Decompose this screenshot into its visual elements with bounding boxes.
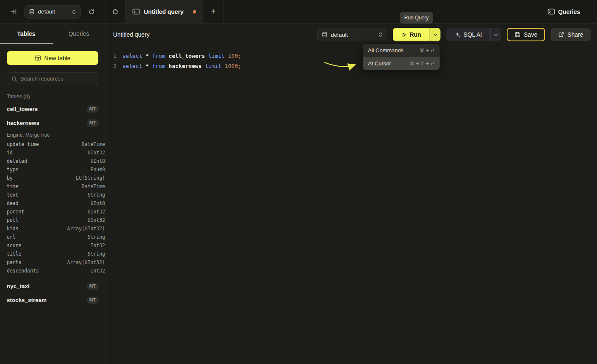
column-row[interactable]: parentUInt32 [7, 208, 105, 216]
column-type: LC(String) [76, 175, 105, 181]
column-name: update_time [7, 141, 39, 147]
engine-badge: MT [86, 119, 99, 127]
database-icon [322, 32, 327, 38]
search-icon [11, 76, 17, 82]
table-item[interactable]: nyc_taxiMT [7, 279, 105, 293]
line-number: 2 [111, 63, 116, 69]
column-name: url [7, 234, 16, 240]
chevron-updown-icon [72, 9, 76, 15]
app-window: default Untitled query + [0, 0, 597, 364]
run-menu: All Commands⌘ + ↵At Cursor⌘ + ⇧ + ↵ [363, 44, 440, 70]
sql-ai-sparkle-icon [454, 32, 460, 38]
column-name: descendants [7, 268, 39, 274]
sidebar-tab-tables[interactable]: Tables [0, 24, 53, 44]
code-line[interactable]: 1select * from cell_towers limit 100; [111, 51, 597, 61]
column-type: DateTime [82, 183, 105, 189]
column-type: UInt8 [90, 200, 105, 206]
engine-badge: MT [86, 105, 99, 113]
column-name: kids [7, 226, 19, 232]
column-row[interactable]: typeEnum8 [7, 165, 105, 174]
save-button-label: Save [524, 31, 538, 38]
run-query-tooltip-label: Run Query [404, 15, 429, 21]
run-menu-item[interactable]: At Cursor⌘ + ⇧ + ↵ [363, 57, 440, 70]
tab-untitled-query[interactable]: Untitled query [126, 0, 203, 23]
column-row[interactable]: textString [7, 191, 105, 199]
column-name: poll [7, 217, 19, 223]
table-item[interactable]: hackernewsMT [7, 116, 105, 130]
run-menu-item-label: All Commands [368, 47, 404, 54]
sidebar-tab-queries-label: Queries [68, 30, 89, 37]
query-console-icon [132, 8, 140, 15]
main-panel: Untitled query default [105, 24, 597, 364]
column-type: UInt32 [87, 209, 105, 215]
sql-ai-caret[interactable] [490, 28, 501, 41]
column-row[interactable]: descendantsInt32 [7, 267, 105, 275]
sidebar: Tables Queries New table [0, 24, 105, 364]
tab-home[interactable] [105, 0, 126, 23]
column-row[interactable]: deadUInt8 [7, 199, 105, 208]
search-input[interactable] [20, 75, 95, 82]
sidebar-tab-queries[interactable]: Queries [53, 24, 105, 44]
editor-database-selector[interactable]: default [317, 28, 387, 41]
column-row[interactable]: scoreInt32 [7, 241, 105, 250]
column-row[interactable]: partsArray(UInt32) [7, 258, 105, 267]
engine-badge: MT [86, 297, 99, 304]
editor-header: Untitled query default [105, 24, 597, 46]
column-type: UInt32 [87, 217, 105, 223]
code-lines: 1select * from cell_towers limit 100;2se… [111, 51, 597, 71]
new-tab-button[interactable]: + [203, 0, 224, 23]
sidebar-tab-tables-label: Tables [17, 30, 35, 37]
code-line[interactable]: 2select * from hackernews limit 1000; [111, 61, 597, 71]
save-button[interactable]: Save [507, 28, 545, 41]
column-type: Int32 [90, 243, 105, 248]
column-name: deleted [7, 158, 27, 164]
column-row[interactable]: pollUInt32 [7, 216, 105, 224]
topbar-left: default [0, 0, 105, 23]
table-item[interactable]: stocks_streamMT [7, 293, 105, 307]
refresh-icon[interactable] [88, 8, 95, 15]
collapse-sidebar-icon[interactable] [10, 8, 17, 15]
topbar: default Untitled query + [0, 0, 597, 24]
code-text: select * from hackernews limit 1000; [122, 63, 241, 69]
column-row[interactable]: deletedUInt8 [7, 157, 105, 165]
new-table-button[interactable]: New table [7, 51, 98, 65]
share-icon [558, 32, 564, 38]
sidebar-tabs: Tables Queries [0, 24, 105, 44]
table-name: hackernews [7, 120, 39, 126]
column-type: DateTime [82, 141, 105, 147]
sql-ai-button[interactable]: SQL AI [446, 28, 490, 41]
column-type: String [87, 192, 105, 198]
column-row[interactable]: idUInt32 [7, 148, 105, 157]
table-grid-icon [35, 55, 41, 61]
database-selector[interactable]: default [24, 5, 81, 19]
column-name: parent [7, 209, 24, 215]
editor-database-value: default [331, 32, 375, 38]
table-list: cell_towersMThackernewsMTEngine: MergeTr… [0, 102, 105, 307]
run-menu-item-shortcut: ⌘ + ⇧ + ↵ [410, 61, 435, 67]
column-row[interactable]: byLC(String) [7, 174, 105, 182]
column-row[interactable]: urlString [7, 233, 105, 241]
share-button[interactable]: Share [551, 28, 591, 41]
run-options-caret[interactable] [430, 28, 440, 41]
column-row[interactable]: timeDateTime [7, 182, 105, 191]
play-icon [401, 32, 407, 38]
column-row[interactable]: kidsArray(UInt32) [7, 224, 105, 233]
table-name: stocks_stream [7, 297, 47, 303]
queries-button[interactable]: Queries [548, 8, 580, 15]
code-text: select * from cell_towers limit 100; [122, 53, 241, 59]
run-button[interactable]: Run [393, 28, 430, 41]
column-name: time [7, 183, 19, 189]
run-menu-item[interactable]: All Commands⌘ + ↵ [363, 44, 440, 57]
run-button-label: Run [410, 31, 421, 38]
run-menu-item-label: At Cursor [368, 60, 391, 67]
line-number: 1 [111, 53, 116, 59]
table-name: nyc_taxi [7, 283, 30, 289]
sql-editor[interactable]: 1select * from cell_towers limit 100;2se… [105, 46, 597, 364]
column-type: Array(UInt32) [67, 259, 105, 265]
column-row[interactable]: update_timeDateTime [7, 140, 105, 148]
column-name: type [7, 167, 19, 173]
table-item[interactable]: cell_towersMT [7, 102, 105, 116]
run-split-button: Run [393, 28, 440, 41]
column-row[interactable]: titleString [7, 250, 105, 258]
column-name: text [7, 192, 19, 198]
